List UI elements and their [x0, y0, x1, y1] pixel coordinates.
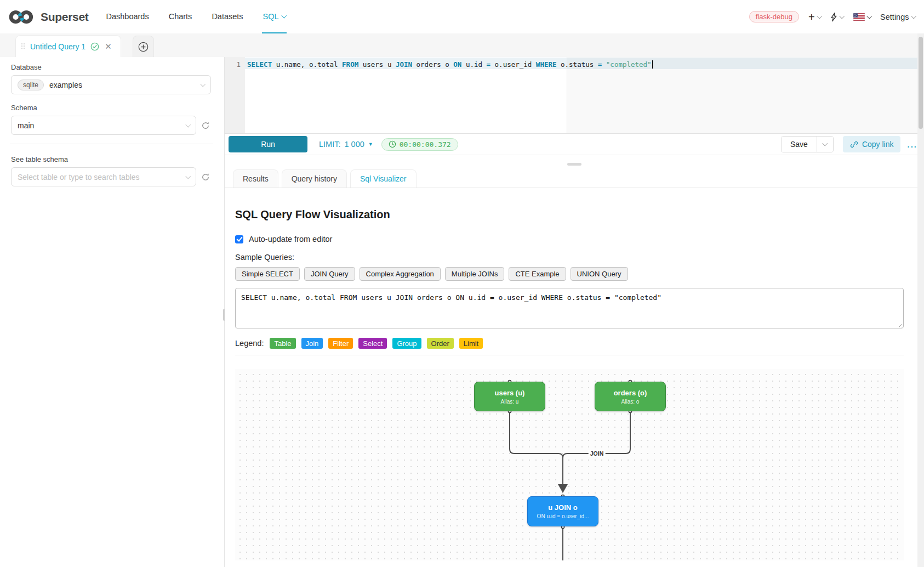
- editor-toolbar: Run LIMIT:1 000 ▼ 00:00:00.372 Save: [225, 134, 924, 155]
- query-status-dropdown[interactable]: [830, 12, 844, 22]
- sample-query-button-union-query[interactable]: UNION Query: [571, 267, 628, 281]
- pane-resize-handle[interactable]: [567, 163, 581, 166]
- refresh-schema-button[interactable]: [200, 121, 211, 130]
- sql-token: SELECT: [247, 60, 272, 69]
- sample-queries-label: Sample Queries:: [235, 253, 924, 262]
- editor-gutter: 1: [225, 57, 245, 133]
- legend-badge-select: Select: [358, 338, 387, 349]
- sql-visualizer-panel: SQL Query Flow Visualization Auto-update…: [225, 188, 924, 560]
- caret-down-icon: ▼: [368, 141, 373, 147]
- nav-item-datasets[interactable]: Datasets: [210, 0, 244, 33]
- sql-token: u.id: [461, 60, 486, 69]
- sql-lab-sidebar: Database sqlite examples Schema main: [0, 57, 225, 567]
- copy-link-button[interactable]: Copy link: [843, 136, 901, 152]
- close-tab-icon[interactable]: ✕: [104, 42, 112, 50]
- chevron-down-icon: [185, 173, 190, 178]
- table-node-orders[interactable]: orders (o) Alias: o: [595, 382, 666, 411]
- refresh-icon: [201, 173, 210, 182]
- brand-name: Superset: [41, 10, 88, 24]
- legend-badge-table: Table: [270, 338, 295, 349]
- chevron-down-icon: [281, 13, 286, 18]
- save-button[interactable]: Save: [782, 137, 817, 152]
- navbar-right: flask-debug +: [749, 0, 915, 33]
- database-value: examples: [49, 81, 195, 89]
- node-title: orders (o): [614, 389, 647, 397]
- result-tab-query-history[interactable]: Query history: [282, 169, 347, 188]
- sample-query-button-join-query[interactable]: JOIN Query: [304, 267, 355, 281]
- top-navbar: Superset DashboardsChartsDatasetsSQL fla…: [0, 0, 924, 33]
- legend-label: Legend:: [235, 339, 264, 348]
- chevron-down-icon: [911, 13, 916, 18]
- flow-canvas[interactable]: JOIN users (u) Alias: u orders (o) Alias…: [235, 369, 904, 560]
- auto-update-checkbox[interactable]: [235, 235, 243, 243]
- nav-item-label: Charts: [169, 12, 192, 21]
- nav-item-charts[interactable]: Charts: [168, 0, 193, 33]
- sql-token: ON: [453, 60, 461, 69]
- nav-item-sql[interactable]: SQL: [262, 0, 287, 33]
- plus-icon: +: [808, 12, 815, 22]
- result-tab-results[interactable]: Results: [233, 169, 278, 188]
- auto-update-label: Auto-update from editor: [249, 235, 332, 243]
- environment-badge: flask-debug: [749, 11, 799, 22]
- legend-badge-join: Join: [301, 338, 323, 349]
- query-textarea[interactable]: SELECT u.name, o.total FROM users u JOIN…: [235, 288, 904, 328]
- save-dropdown-caret[interactable]: [817, 137, 833, 152]
- chevron-down-icon: [200, 81, 205, 86]
- schema-select[interactable]: main: [11, 116, 196, 135]
- table-select[interactable]: Select table or type to search tables: [11, 167, 196, 186]
- settings-label: Settings: [880, 13, 909, 21]
- query-tab-active[interactable]: Untitled Query 1 ✕: [16, 36, 121, 57]
- result-tabs: ResultsQuery historySql Visualizer: [225, 169, 924, 188]
- more-actions-button[interactable]: ...: [907, 140, 917, 149]
- check-circle-icon: [90, 42, 99, 51]
- lightning-icon: [830, 12, 837, 22]
- sql-editor-input[interactable]: SELECT u.name, o.total FROM users u JOIN…: [245, 57, 924, 133]
- sql-token: [602, 60, 606, 69]
- sql-token: o.status: [557, 60, 598, 69]
- result-tab-sql-visualizer[interactable]: Sql Visualizer: [350, 169, 417, 188]
- superset-app: Superset DashboardsChartsDatasetsSQL fla…: [0, 0, 924, 567]
- nav-links: DashboardsChartsDatasetsSQL: [105, 0, 287, 33]
- node-subtitle: Alias: o: [621, 399, 640, 405]
- scrollbar-thumb[interactable]: [919, 37, 923, 129]
- body: Database sqlite examples Schema main: [0, 57, 924, 567]
- nav-item-dashboards[interactable]: Dashboards: [105, 0, 150, 33]
- sample-query-button-simple-select[interactable]: Simple SELECT: [235, 267, 300, 281]
- database-select[interactable]: sqlite examples: [11, 75, 211, 94]
- save-split-button: Save: [781, 136, 834, 152]
- refresh-tables-button[interactable]: [200, 173, 211, 182]
- caret-down-icon: [866, 13, 871, 18]
- sql-lab-main: 1 SELECT u.name, o.total FROM users u JO…: [225, 57, 924, 567]
- table-node-users[interactable]: users (u) Alias: u: [474, 382, 545, 411]
- node-title: users (u): [495, 389, 525, 397]
- run-button[interactable]: Run: [229, 136, 307, 152]
- superset-infinity-icon: [8, 9, 36, 25]
- language-dropdown[interactable]: [853, 13, 871, 21]
- copy-link-label: Copy link: [862, 140, 894, 149]
- sample-query-button-complex-aggregation[interactable]: Complex Aggregation: [360, 267, 441, 281]
- schema-label: Schema: [11, 104, 211, 112]
- sql-token: o.user_id: [490, 60, 536, 69]
- sample-query-button-multiple-joins[interactable]: Multiple JOINs: [445, 267, 505, 281]
- drag-handle-icon[interactable]: [21, 43, 25, 49]
- sql-token: JOIN: [396, 60, 412, 69]
- legend-badge-group: Group: [392, 338, 421, 349]
- sql-code-line: SELECT u.name, o.total FROM users u JOIN…: [247, 59, 924, 70]
- sample-query-button-cte-example[interactable]: CTE Example: [509, 267, 566, 281]
- superset-logo[interactable]: Superset: [8, 0, 88, 33]
- nav-item-label: SQL: [263, 12, 279, 21]
- query-tab-strip: Untitled Query 1 ✕: [0, 33, 924, 57]
- limit-label: LIMIT:: [319, 140, 340, 149]
- settings-menu[interactable]: Settings: [880, 13, 915, 21]
- divider: [235, 355, 904, 355]
- legend-badges: TableJoinFilterSelectGroupOrderLimit: [270, 338, 483, 349]
- database-engine-pill: sqlite: [18, 80, 44, 90]
- line-number: 1: [236, 60, 241, 69]
- add-tab-button[interactable]: [133, 36, 154, 57]
- table-select-placeholder: Select table or type to search tables: [18, 173, 181, 182]
- new-dropdown[interactable]: +: [808, 12, 821, 22]
- nav-item-label: Datasets: [212, 12, 243, 21]
- plus-circle-icon: [138, 42, 149, 52]
- limit-dropdown[interactable]: LIMIT:1 000 ▼: [319, 140, 373, 149]
- join-node[interactable]: u JOIN o ON u.id = o.user_id...: [527, 496, 598, 526]
